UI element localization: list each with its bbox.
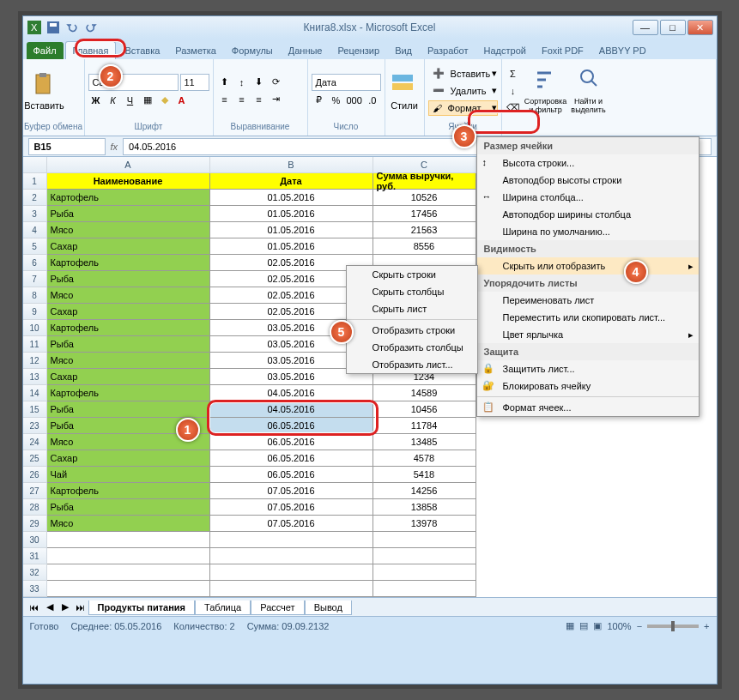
- cell[interactable]: Сахар: [47, 369, 210, 385]
- menu-default-width[interactable]: Ширина по умолчанию...: [477, 223, 699, 240]
- menu-col-width[interactable]: ↔Ширина столбца...: [477, 189, 699, 206]
- cell[interactable]: [210, 581, 373, 597]
- cell[interactable]: 01.05.2016: [210, 190, 373, 206]
- cell[interactable]: [373, 548, 476, 564]
- tab-разметка[interactable]: Разметка: [168, 42, 223, 59]
- underline-button[interactable]: Ч: [123, 93, 138, 108]
- tab-главная[interactable]: Главная: [65, 41, 117, 59]
- align-bot-icon[interactable]: ⬇: [251, 75, 267, 90]
- tab-вид[interactable]: Вид: [388, 42, 419, 59]
- cell[interactable]: [210, 532, 373, 548]
- cell[interactable]: Рыба: [47, 206, 210, 222]
- view-layout-icon[interactable]: ▤: [579, 620, 588, 631]
- view-normal-icon[interactable]: ▦: [566, 620, 574, 631]
- menu-format-cells[interactable]: 📋Формат ячеек...: [477, 399, 699, 416]
- zoom-out-icon[interactable]: −: [637, 621, 642, 631]
- col-header[interactable]: A: [47, 157, 210, 173]
- row-header[interactable]: 26: [23, 467, 47, 483]
- row-header[interactable]: 23: [23, 418, 47, 434]
- cell[interactable]: Картофель: [47, 385, 210, 401]
- cell[interactable]: 10456: [373, 401, 476, 418]
- currency-icon[interactable]: ₽: [312, 93, 327, 108]
- row-header[interactable]: 11: [23, 336, 47, 353]
- cell[interactable]: Сахар: [47, 304, 210, 320]
- row-header[interactable]: 1: [23, 173, 47, 190]
- font-name-combo[interactable]: Calibri: [88, 74, 179, 91]
- menu-autofit-row[interactable]: Автоподбор высоты строки: [477, 172, 699, 189]
- row-header[interactable]: 4: [23, 222, 47, 238]
- cell[interactable]: 13978: [373, 516, 476, 532]
- cell[interactable]: Чай: [47, 467, 210, 483]
- sheet-tab[interactable]: Таблица: [195, 600, 251, 615]
- align-right-icon[interactable]: ≡: [251, 92, 267, 107]
- save-icon[interactable]: [45, 20, 61, 35]
- cell[interactable]: [210, 564, 373, 581]
- cell[interactable]: Мясо: [47, 222, 210, 238]
- cell[interactable]: 07.05.2016: [210, 483, 373, 499]
- tab-вставка[interactable]: Вставка: [118, 42, 167, 59]
- zoom-in-icon[interactable]: +: [704, 621, 709, 631]
- row-header[interactable]: 8: [23, 287, 47, 304]
- cell[interactable]: 06.05.2016: [210, 467, 373, 483]
- row-header[interactable]: 5: [23, 238, 47, 255]
- sheet-nav-prev-icon[interactable]: ◀: [42, 600, 58, 615]
- align-mid-icon[interactable]: ↕: [234, 75, 250, 90]
- cell[interactable]: 01.05.2016: [210, 222, 373, 238]
- sheet-tab[interactable]: Вывод: [305, 600, 352, 615]
- zoom-slider[interactable]: [647, 625, 699, 628]
- fx-icon[interactable]: fx: [111, 142, 118, 152]
- cell[interactable]: 4578: [373, 450, 476, 467]
- tab-рецензир[interactable]: Рецензир: [330, 42, 386, 59]
- clear-icon[interactable]: ⌫: [506, 100, 521, 116]
- format-cells-button[interactable]: 🖌 Формат▾: [428, 100, 498, 116]
- styles-button[interactable]: Стили: [389, 71, 421, 111]
- col-header[interactable]: B: [210, 157, 373, 173]
- row-header[interactable]: 29: [23, 516, 47, 532]
- sheet-nav-next-icon[interactable]: ▶: [58, 600, 73, 615]
- row-header[interactable]: 27: [23, 483, 47, 499]
- menu-show-sheet[interactable]: Отобразить лист...: [347, 356, 477, 373]
- cell[interactable]: [47, 564, 210, 581]
- cell[interactable]: Картофель: [47, 255, 210, 271]
- cell[interactable]: 06.05.2016: [210, 434, 373, 450]
- cell[interactable]: [47, 532, 210, 548]
- zoom-level[interactable]: 100%: [607, 621, 631, 631]
- cell[interactable]: Рыба: [47, 336, 210, 353]
- row-header[interactable]: 2: [23, 190, 47, 206]
- border-button[interactable]: ▦: [140, 93, 155, 108]
- cell[interactable]: Дата: [210, 173, 373, 190]
- row-header[interactable]: 13: [23, 369, 47, 385]
- menu-rename-sheet[interactable]: Переименовать лист: [477, 292, 699, 309]
- autosum-icon[interactable]: Σ: [506, 66, 521, 81]
- fill-color-button[interactable]: ◆: [157, 93, 173, 108]
- row-header[interactable]: 12: [23, 353, 47, 369]
- row-header[interactable]: 15: [23, 401, 47, 418]
- tab-данные[interactable]: Данные: [282, 42, 330, 59]
- cell[interactable]: 06.05.2016: [210, 450, 373, 467]
- maximize-button[interactable]: □: [660, 20, 686, 35]
- row-header[interactable]: 9: [23, 304, 47, 320]
- tab-надстрой[interactable]: Надстрой: [477, 42, 533, 59]
- redo-icon[interactable]: [83, 20, 99, 35]
- cell[interactable]: Наименование: [47, 173, 210, 190]
- cell[interactable]: Мясо: [47, 353, 210, 369]
- row-header[interactable]: 6: [23, 255, 47, 271]
- menu-hide-rows[interactable]: Скрыть строки: [347, 266, 477, 283]
- cell[interactable]: Картофель: [47, 483, 210, 499]
- align-center-icon[interactable]: ≡: [234, 92, 250, 107]
- menu-move-sheet[interactable]: Переместить или скопировать лист...: [477, 309, 699, 326]
- paste-button[interactable]: Вставить: [27, 71, 63, 111]
- cell[interactable]: Сахар: [47, 450, 210, 467]
- name-box[interactable]: B15: [28, 138, 106, 155]
- italic-button[interactable]: К: [106, 93, 121, 108]
- cell[interactable]: [373, 532, 476, 548]
- menu-tab-color[interactable]: Цвет ярлычка▸: [477, 326, 699, 343]
- menu-protect-sheet[interactable]: 🔒Защитить лист...: [477, 360, 699, 377]
- delete-cells-button[interactable]: ➖ Удалить▾: [428, 83, 498, 99]
- cell[interactable]: Картофель: [47, 190, 210, 206]
- cell[interactable]: [47, 581, 210, 597]
- percent-icon[interactable]: %: [329, 93, 344, 108]
- font-color-button[interactable]: A: [174, 93, 190, 108]
- menu-lock-cell[interactable]: 🔐Блокировать ячейку: [477, 377, 699, 395]
- cell[interactable]: Рыба: [47, 418, 210, 434]
